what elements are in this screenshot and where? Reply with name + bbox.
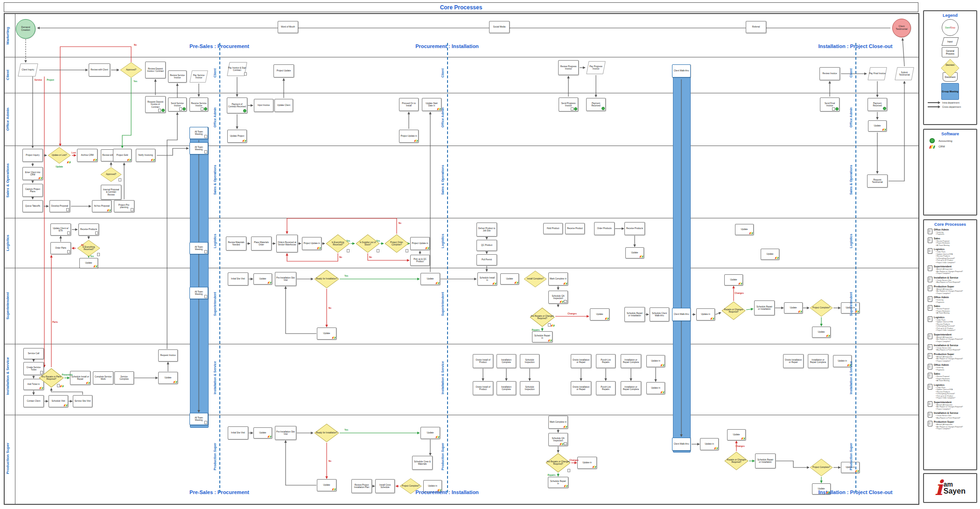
node-update[interactable]: Update	[735, 224, 754, 235]
node-schedule-install-or-repair[interactable]: Schedule Install or Repair	[70, 371, 91, 385]
node-receive-products[interactable]: Receive Products	[78, 223, 99, 236]
node-referral[interactable]: Referral	[746, 21, 766, 33]
node-update-in[interactable]: Update in	[700, 438, 719, 450]
node-orders-received-at-vendor-warehouse[interactable]: Orders Received at Vendor Warehouse	[276, 235, 298, 252]
node-onsite-installation-or-repair[interactable]: Onsite Installation or Repair	[571, 354, 591, 368]
node-contact-client[interactable]: Contact Client	[23, 395, 44, 407]
node-client-walk-thru[interactable]: Client Walk-thru	[672, 438, 691, 451]
node-request-testimonial[interactable]: Request Testimonial	[867, 174, 888, 188]
node-service-call[interactable]: Service Call	[23, 348, 44, 359]
node-social-media[interactable]: Social Media	[489, 21, 510, 33]
node-submit-testimonial[interactable]: Submit Testimonial	[895, 67, 914, 80]
node-input-invoice[interactable]: Input Invoice	[254, 99, 273, 112]
node-notify-invoicing[interactable]: Notify Invoicing	[136, 149, 155, 162]
node-send-final-invoice[interactable]: Send Final Invoice	[820, 98, 840, 112]
node-update-in[interactable]: Update in	[646, 382, 665, 394]
node-schedule-client-walk-thru[interactable]: Schedule Client Walk-thru	[650, 307, 669, 321]
node-update[interactable]: Update	[158, 372, 178, 384]
node-receive-product[interactable]: Receive Product	[565, 223, 585, 234]
node-update[interactable]: Update	[79, 258, 98, 268]
node-project-update-in[interactable]: Project Update in	[410, 237, 430, 250]
node-ad-hoc-proposal[interactable]: Ad hoc Proposal	[92, 200, 112, 212]
group-all-team-meeting[interactable]: All Team Meeting	[189, 127, 208, 139]
node-project-update-in[interactable]: Project Update in	[399, 130, 419, 143]
node-schedule-repair-in[interactable]: Schedule Repair in	[548, 477, 568, 488]
node-installation-or-repair-complete[interactable]: Installation or Repair Complete	[808, 354, 828, 368]
node-hold-product[interactable]: Hold Product	[543, 223, 563, 234]
node-order-products[interactable]: Order Products	[594, 222, 615, 235]
group-all-team-meeting[interactable]: All Team Meeting	[189, 413, 208, 425]
node-install-complete[interactable]: Install Complete?	[524, 271, 547, 287]
node-send-service-invoice[interactable]: Send Service Invoice	[168, 98, 187, 112]
node-update-in[interactable]: Update in	[646, 355, 665, 367]
node-is-everything-received[interactable]: Is Everything Received?	[77, 240, 100, 257]
node-pay-final-invoice[interactable]: Pay Final Invoice	[868, 67, 887, 80]
node-are-repairs-or-changes-required[interactable]: Are Repairs or Changes Required?	[546, 453, 571, 473]
node-client-walk-thru[interactable]: Client Walk-thru	[672, 308, 691, 321]
node-punch-list-repairs[interactable]: Punch List Repairs	[596, 381, 616, 395]
node-project-complete[interactable]: Project Complete?	[810, 459, 833, 476]
node-installation-complete[interactable]: Installation Complete	[497, 381, 516, 395]
node-update-in[interactable]: Update in	[696, 308, 715, 321]
node-schedule-repair-or-installation[interactable]: Schedule Repair or Installation	[755, 453, 776, 468]
group-all-team-meeting[interactable]: All Team Meeting	[189, 142, 208, 154]
node-update[interactable]: Update	[727, 429, 746, 440]
node-update[interactable]: Update	[420, 273, 440, 285]
node-is-everything-received[interactable]: Is Everything Received?	[326, 234, 350, 253]
node-word-of-mouth[interactable]: Word of Mouth	[278, 21, 298, 33]
node-develop-proposal[interactable]: Develop Proposal	[49, 200, 70, 212]
node-place-materials-order[interactable]: Place Materials Order	[251, 237, 272, 251]
node-pick-up-qc-product[interactable]: Pick up & QC Product	[410, 255, 430, 266]
node-pay-invoice-sign-contract[interactable]: Pay Invoice & Sign Contract	[227, 62, 247, 76]
node-review-project-installation-plan[interactable]: Review Project Installation Plan	[351, 479, 372, 493]
node-update-start-date-in[interactable]: Update Start Date in	[422, 98, 441, 111]
node-queue-takeoffs[interactable]: Queue Takeoffs	[22, 200, 43, 212]
node-punch-list-repairs[interactable]: Punch List Repairs	[596, 354, 616, 368]
node-client-inquiry[interactable]: Client Inquiry	[18, 63, 38, 77]
node-update[interactable]: Update	[253, 427, 272, 439]
node-review-service-invoice[interactable]: Review Service Invoice	[168, 70, 187, 83]
node-approved[interactable]: Approved?	[120, 62, 142, 78]
node-update[interactable]: Update	[500, 273, 519, 285]
node-deliver-product-to-job-site[interactable]: Deliver Product to Job Site	[476, 223, 497, 237]
node-service-site-visit[interactable]: Service Site Visit	[73, 395, 92, 407]
node-schedule-visit[interactable]: Schedule Visit	[49, 395, 68, 407]
node-update[interactable]: Update	[724, 274, 743, 286]
node-payment-received[interactable]: Payment Received	[586, 98, 606, 111]
node-schedule-install-in[interactable]: Schedule Install in	[477, 272, 497, 286]
node-update-project[interactable]: Update Project	[227, 130, 247, 143]
node-qc-product[interactable]: QC Product	[476, 240, 497, 251]
node-update[interactable]: Update	[761, 249, 779, 260]
node-project-order-complete[interactable]: Project Order Complete?	[385, 234, 409, 253]
node-update[interactable]: Update	[784, 302, 803, 314]
node-project-update-in[interactable]: Project Update in	[302, 237, 322, 250]
node-schedule-inspection[interactable]: Schedule Inspection	[520, 354, 539, 368]
node-schedule-crew-materials[interactable]: Schedule Crew & Materials	[412, 456, 433, 470]
node-initial-site-visit[interactable]: Initial Site Visit	[228, 272, 248, 286]
node-project-complete[interactable]: Project Complete?	[810, 299, 833, 317]
node-schedule-qa-inspection[interactable]: Schedule QA Inspection	[548, 433, 568, 446]
node-update[interactable]: Update	[812, 327, 831, 338]
node-installation-or-repair-complete[interactable]: Installation or Repair Complete	[621, 381, 641, 395]
node-schedule-repair-or-installation[interactable]: Schedule Repair or Installation	[624, 307, 645, 322]
node-service-complete[interactable]: Service Complete	[114, 371, 134, 384]
node-update[interactable]: Update	[420, 427, 440, 439]
node-update-client[interactable]: Update Client	[274, 99, 293, 112]
node-update[interactable]: Update	[590, 308, 609, 321]
node-approved[interactable]: Approved?	[100, 167, 122, 182]
node-archive-crm[interactable]: Archive CRM	[77, 149, 98, 162]
node-enter-client-into-crm[interactable]: Enter Client into CRM	[22, 167, 43, 180]
node-internal-proposal-contract-review[interactable]: Internal Proposal & Contract Review	[101, 185, 121, 200]
node-onsite-install-of-product[interactable]: Onsite Install of Product	[473, 381, 493, 395]
node-client-walk-thru[interactable]: Client Walk-thru	[672, 64, 691, 77]
node-update-or-lost[interactable]: Update or Lost?	[48, 147, 71, 164]
node-review-invoice[interactable]: Review Invoice	[819, 67, 840, 80]
node-onsite-install-of-product[interactable]: Onsite Install of Product	[473, 354, 493, 368]
node-update[interactable]: Update	[317, 328, 336, 340]
node-complete-service-work[interactable]: Complete Service Work	[93, 371, 113, 384]
node-review-deposit-invoice-contract[interactable]: Review Deposit Invoice / Contract	[145, 62, 166, 78]
node-review-progress-invoice[interactable]: Review Progress Invoice	[558, 60, 579, 75]
node-schedule-repair-or-installation[interactable]: Schedule Repair or Installation	[754, 300, 775, 315]
node-mark-complete-in[interactable]: Mark Complete in	[548, 416, 568, 429]
node-pre-installation-site-visit[interactable]: Pre-Installation Site Visit	[275, 426, 296, 440]
